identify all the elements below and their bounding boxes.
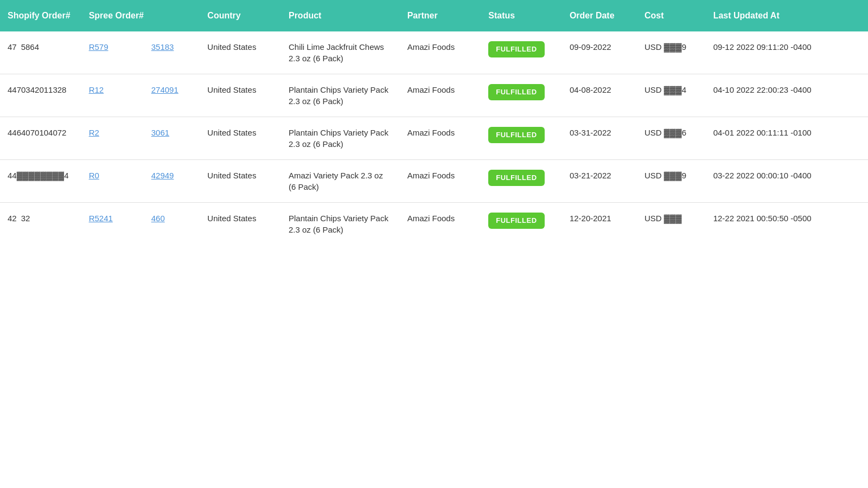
cell-partner: Amazi Foods xyxy=(400,117,481,160)
status-badge: FULFILLED xyxy=(488,213,544,229)
cell-shopify-order: 4232 xyxy=(0,203,81,246)
spree-order-link[interactable]: R5241 xyxy=(89,214,113,223)
cell-status: FULFILLED xyxy=(481,74,562,117)
col-header-country: Country xyxy=(200,0,281,31)
cell-partner: Amazi Foods xyxy=(400,160,481,203)
cell-product: Chili Lime Jackfruit Chews 2.3 oz (6 Pac… xyxy=(281,31,400,74)
cell-status: FULFILLED xyxy=(481,203,562,246)
cell-last-updated: 09-12 2022 09:11:20 -0400 xyxy=(706,31,868,74)
status-badge: FULFILLED xyxy=(488,84,544,100)
cell-cost: USD ▓▓▓6 xyxy=(637,117,706,160)
cell-cost: USD ▓▓▓9 xyxy=(637,160,706,203)
cell-order-date: 09-09-2022 xyxy=(562,31,637,74)
spree-order-number2-link[interactable]: 274091 xyxy=(151,85,178,94)
cell-status: FULFILLED xyxy=(481,117,562,160)
col-header-spree: Spree Order# xyxy=(81,0,200,31)
spree-order-link[interactable]: R12 xyxy=(89,85,104,94)
cell-spree-order-link[interactable]: R0 xyxy=(81,160,144,203)
spree-order-number2-link[interactable]: 460 xyxy=(151,214,165,223)
table-row: 4470342011328R12274091United StatesPlant… xyxy=(0,74,868,117)
table-body: 475864R57935183United StatesChili Lime J… xyxy=(0,31,868,245)
cell-partner: Amazi Foods xyxy=(400,203,481,246)
shopify-order-number2: 5864 xyxy=(21,42,39,52)
col-header-status: Status xyxy=(481,0,562,31)
cell-order-date: 03-21-2022 xyxy=(562,160,637,203)
cell-spree-order2[interactable]: 35183 xyxy=(144,31,200,74)
shopify-order-number: 4470342011328 xyxy=(8,85,66,94)
spree-order-link[interactable]: R0 xyxy=(89,171,99,180)
cell-last-updated: 03-22 2022 00:00:10 -0400 xyxy=(706,160,868,203)
shopify-order-number: 44▓▓▓▓▓▓▓▓4 xyxy=(8,171,69,180)
table-row: 4464070104072R23061United StatesPlantain… xyxy=(0,117,868,160)
col-header-partner: Partner xyxy=(400,0,481,31)
cell-partner: Amazi Foods xyxy=(400,74,481,117)
cell-cost: USD ▓▓▓ xyxy=(637,203,706,246)
orders-table: Shopify Order# Spree Order# Country Prod… xyxy=(0,0,868,245)
cell-country: United States xyxy=(200,74,281,117)
table-row: 44▓▓▓▓▓▓▓▓4R042949United StatesAmazi Var… xyxy=(0,160,868,203)
cell-spree-order2[interactable]: 274091 xyxy=(144,74,200,117)
cell-spree-order-link[interactable]: R5241 xyxy=(81,203,144,246)
shopify-order-number: 4464070104072 xyxy=(8,128,66,137)
cell-last-updated: 04-01 2022 00:11:11 -0100 xyxy=(706,117,868,160)
orders-table-wrapper: Shopify Order# Spree Order# Country Prod… xyxy=(0,0,868,245)
cell-product: Plantain Chips Variety Pack 2.3 oz (6 Pa… xyxy=(281,203,400,246)
shopify-order-number2: 32 xyxy=(21,214,30,223)
shopify-order-number: 42 xyxy=(8,214,17,223)
spree-order-number2-link[interactable]: 3061 xyxy=(151,128,169,137)
col-header-shopify: Shopify Order# xyxy=(0,0,81,31)
cell-country: United States xyxy=(200,31,281,74)
cell-order-date: 12-20-2021 xyxy=(562,203,637,246)
cell-cost: USD ▓▓▓9 xyxy=(637,31,706,74)
cell-product: Plantain Chips Variety Pack 2.3 oz (6 Pa… xyxy=(281,117,400,160)
cell-status: FULFILLED xyxy=(481,31,562,74)
cell-status: FULFILLED xyxy=(481,160,562,203)
table-row: 4232R5241460United StatesPlantain Chips … xyxy=(0,203,868,246)
cell-spree-order2[interactable]: 42949 xyxy=(144,160,200,203)
cell-partner: Amazi Foods xyxy=(400,31,481,74)
cell-spree-order-link[interactable]: R579 xyxy=(81,31,144,74)
status-badge: FULFILLED xyxy=(488,170,544,186)
status-badge: FULFILLED xyxy=(488,127,544,143)
cell-last-updated: 04-10 2022 22:00:23 -0400 xyxy=(706,74,868,117)
cell-spree-order-link[interactable]: R2 xyxy=(81,117,144,160)
table-header: Shopify Order# Spree Order# Country Prod… xyxy=(0,0,868,31)
cell-spree-order-link[interactable]: R12 xyxy=(81,74,144,117)
cell-spree-order2[interactable]: 460 xyxy=(144,203,200,246)
cell-shopify-order: 475864 xyxy=(0,31,81,74)
cell-shopify-order: 4464070104072 xyxy=(0,117,81,160)
col-header-lastupdated: Last Updated At xyxy=(706,0,868,31)
cell-product: Plantain Chips Variety Pack 2.3 oz (6 Pa… xyxy=(281,74,400,117)
spree-order-number2-link[interactable]: 42949 xyxy=(151,171,174,180)
cell-last-updated: 12-22 2021 00:50:50 -0500 xyxy=(706,203,868,246)
cell-country: United States xyxy=(200,160,281,203)
cell-country: United States xyxy=(200,203,281,246)
cell-shopify-order: 44▓▓▓▓▓▓▓▓4 xyxy=(0,160,81,203)
cell-order-date: 04-08-2022 xyxy=(562,74,637,117)
status-badge: FULFILLED xyxy=(488,41,544,57)
shopify-order-number: 47 xyxy=(8,42,17,52)
col-header-product: Product xyxy=(281,0,400,31)
spree-order-link[interactable]: R2 xyxy=(89,128,99,137)
col-header-orderdate: Order Date xyxy=(562,0,637,31)
cell-shopify-order: 4470342011328 xyxy=(0,74,81,117)
cell-country: United States xyxy=(200,117,281,160)
cell-spree-order2[interactable]: 3061 xyxy=(144,117,200,160)
spree-order-number2-link[interactable]: 35183 xyxy=(151,42,174,52)
cell-product: Amazi Variety Pack 2.3 oz (6 Pack) xyxy=(281,160,400,203)
cell-cost: USD ▓▓▓4 xyxy=(637,74,706,117)
cell-order-date: 03-31-2022 xyxy=(562,117,637,160)
col-header-cost: Cost xyxy=(637,0,706,31)
table-row: 475864R57935183United StatesChili Lime J… xyxy=(0,31,868,74)
spree-order-link[interactable]: R579 xyxy=(89,42,108,52)
